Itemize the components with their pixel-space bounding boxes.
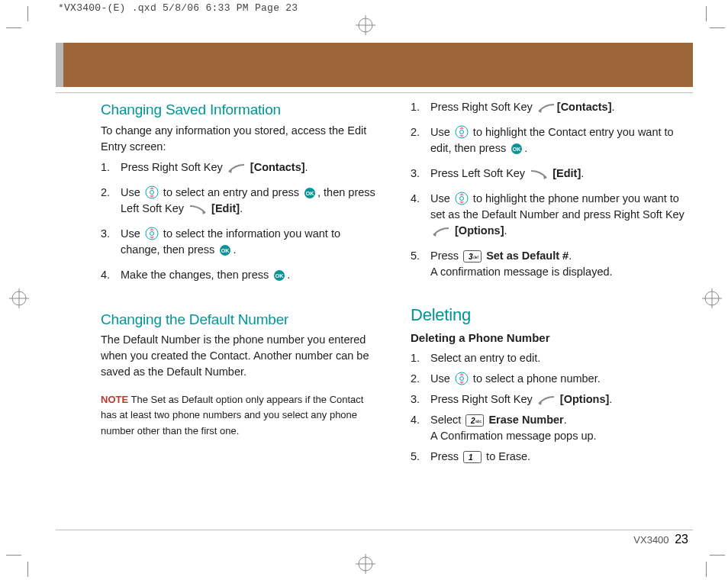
crop-mark-icon [27,562,28,577]
ok-icon: OK [304,187,316,199]
svg-text:def: def [473,255,479,259]
crop-mark-icon [6,555,21,556]
svg-text:OK: OK [221,248,230,253]
right-column: Press Right Soft Key [Contacts].Use to h… [411,99,688,522]
softleft-icon [530,169,548,180]
list-item: Press 3def Set as Default #.A confirmati… [411,248,688,289]
list-item: Press Left Soft Key [Edit]. [411,166,688,191]
svg-text:2: 2 [470,417,475,425]
list-item: Use to select a phone number. [411,371,688,391]
nav-icon [455,192,469,205]
nav-icon [455,372,469,385]
crop-mark-icon [710,27,725,28]
registration-mark-icon [702,288,722,308]
svg-text:OK: OK [513,147,521,152]
ok-icon: OK [273,269,285,282]
bold-label: [Contacts] [250,161,305,173]
bold-label: [Edit] [552,167,581,179]
list-item: Use to select the information you want t… [101,226,378,267]
softright-icon [537,103,556,114]
crop-mark-icon [706,562,707,577]
bottom-rule [56,530,693,530]
note-text: NOTE The Set as Default option only appe… [101,392,378,438]
registration-mark-icon [356,554,375,574]
crop-mark-icon [6,27,21,28]
key3-icon: 3def [463,250,482,263]
page-sheet: *VX3400-(E) .qxd 5/8/06 6:33 PM Page 23 … [0,0,728,583]
softleft-icon [188,205,207,215]
svg-text:OK: OK [306,191,314,196]
model-label: VX3400 [633,534,668,546]
svg-text:.: . [473,456,474,460]
page-number: 23 [675,533,688,546]
key1-icon: 1. [463,451,482,463]
left-column: Changing Saved Information To change any… [101,99,378,522]
list-item: Select 2abc Erase Number.A Confirmation … [411,412,688,449]
svg-point-13 [150,190,153,194]
list-item: Make the changes, then press OK. [101,267,378,292]
key2-icon: 2abc [465,414,484,427]
page-footer: VX3400 23 [633,533,688,546]
bold-label: [Edit] [211,202,240,214]
crop-mark-icon [710,555,725,556]
header-band [63,43,693,87]
heading-changing-saved: Changing Saved Information [101,99,378,121]
note-label: NOTE [101,394,128,405]
softright-icon [537,395,556,406]
list-item: Use to highlight the Contact entry you w… [411,124,688,166]
heading-default-number: Changing the Default Number [101,309,378,330]
list-item: Use to select an entry and press OK, the… [101,185,378,226]
svg-point-17 [150,231,153,235]
svg-point-32 [459,376,463,380]
intro-text: To change any information you stored, ac… [101,123,378,155]
crop-mark-icon [706,6,707,21]
bold-label: Erase Number [488,414,563,426]
steps-default-number: Press Right Soft Key [Contacts].Use to h… [411,99,688,289]
bold-label: [Contacts] [557,101,612,113]
registration-mark-icon [9,288,29,308]
svg-point-27 [459,197,463,201]
crop-mark-icon [27,6,28,21]
list-item: Press Right Soft Key [Options]. [411,391,688,412]
svg-text:abc: abc [475,419,482,424]
steps-changing-saved: Press Right Soft Key [Contacts].Use to s… [101,159,378,292]
subheading-deleting-phone: Deleting a Phone Number [411,330,688,346]
left-accent-bar [56,43,63,87]
top-rule [56,92,693,93]
registration-mark-icon [356,15,375,35]
ok-icon: OK [511,143,523,155]
content-area: Changing Saved Information To change any… [101,99,688,522]
file-slug: *VX3400-(E) .qxd 5/8/06 6:33 PM Page 23 [58,2,298,14]
nav-icon [455,125,469,139]
svg-text:OK: OK [275,273,284,279]
svg-point-23 [459,130,463,134]
list-item: Select an entry to edit. [411,350,688,371]
nav-icon [145,185,159,199]
list-item: Press Right Soft Key [Contacts]. [101,159,378,185]
list-item: Press Right Soft Key [Contacts]. [411,99,688,124]
bold-label: Set as Default # [486,250,569,262]
softright-icon [432,227,450,237]
nav-icon [145,227,159,240]
bold-label: [Options] [560,393,609,405]
list-item: Use to highlight the phone number you wa… [411,191,688,248]
heading-deleting: Deleting [411,303,688,327]
steps-deleting: Select an entry to edit.Use to select a … [411,350,688,469]
default-number-text: The Default Number is the phone number y… [101,332,378,380]
bold-label: [Options] [455,224,504,237]
softright-icon [227,163,246,174]
list-item: Press 1. to Erase. [411,449,688,469]
ok-icon: OK [219,244,231,256]
